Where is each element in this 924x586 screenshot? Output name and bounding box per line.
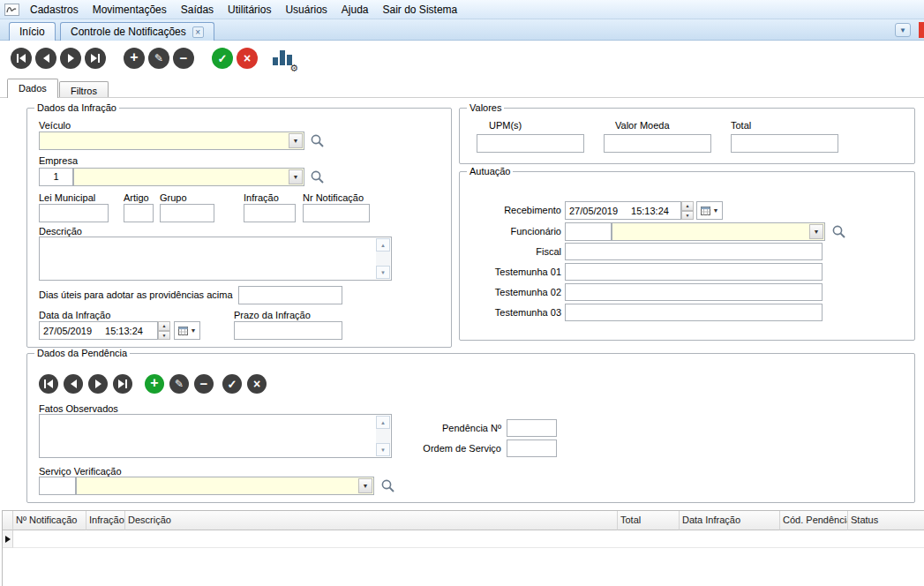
testemunha-03-field[interactable] [565,304,823,321]
nav-last-button[interactable] [85,48,106,69]
lei-municipal-field[interactable] [39,204,109,222]
testemunha-02-field[interactable] [565,283,823,301]
upm-field[interactable] [477,134,584,153]
menu-utilitarios[interactable]: Utilitários [221,1,278,19]
ordem-servico-field[interactable] [507,440,557,457]
servico-verificacao-label: Serviço Verificação [39,466,122,477]
scroll-down-icon[interactable]: ▼ [376,443,390,456]
servico-search-icon[interactable] [379,478,395,494]
recebimento-calendar-button[interactable]: ▼ [696,201,723,220]
nav-first-button[interactable] [11,48,32,69]
descricao-textarea[interactable]: ▲ ▼ [39,237,392,281]
recebimento-datetime-field[interactable]: 27/05/2019 15:13:24 [565,201,681,220]
empresa-combo[interactable]: ▼ [73,168,304,186]
lei-municipal-label: Lei Municipal [39,192,95,203]
menu-cadastros[interactable]: Cadastros [23,1,86,19]
next-record-icon [95,379,101,388]
pendencia-nav-first-button[interactable] [39,374,58,394]
funcionario-combo[interactable]: ▼ [612,222,825,241]
funcionario-code-field[interactable] [565,222,612,241]
menu-usuarios[interactable]: Usuários [278,1,334,19]
tab-options-button[interactable]: ▼ [895,23,911,37]
menu-saidas[interactable]: Saídas [174,1,221,19]
grid-header-cod-pendencia[interactable]: Cód. Pendência [780,511,848,530]
empresa-search-icon[interactable] [309,169,325,185]
descricao-scrollbar[interactable]: ▲ ▼ [376,238,390,279]
artigo-field[interactable] [124,204,154,222]
edit-record-button[interactable]: ✎ [148,48,169,69]
dropdown-arrow-icon[interactable]: ▼ [289,133,303,148]
tab-dados[interactable]: Dados [7,79,58,98]
dropdown-arrow-icon[interactable]: ▼ [809,224,823,239]
tab-inicio[interactable]: Início [9,22,56,41]
chart-report-button[interactable]: ⚙ [270,46,297,71]
empresa-code-field[interactable]: 1 [39,168,73,186]
cancel-button[interactable]: × [237,48,258,69]
spin-up-icon[interactable]: ▲ [681,201,694,211]
fiscal-field[interactable] [565,243,823,260]
testemunha-02-label: Testemunha 02 [455,287,561,297]
notificacoes-grid[interactable]: Nº Notificação Infração Descrição Total … [2,510,924,586]
pendencia-numero-field[interactable] [507,419,557,437]
pendencia-numero-label: Pendência Nº [406,423,501,433]
confirm-button[interactable]: ✓ [212,48,233,69]
spin-down-icon[interactable]: ▼ [158,331,170,341]
plus-icon: + [150,376,158,390]
data-infracao-spinner[interactable]: ▲ ▼ [158,321,170,340]
data-infracao-calendar-button[interactable]: ▼ [174,321,200,340]
scroll-down-icon[interactable]: ▼ [376,266,390,279]
scroll-up-icon[interactable]: ▲ [376,238,390,252]
tab-controle-notificacoes[interactable]: Controle de Notificações × [60,22,214,41]
nav-next-button[interactable] [60,48,81,69]
tab-close-icon[interactable]: × [192,26,204,38]
grid-header-total[interactable]: Total [618,511,680,530]
testemunha-01-field[interactable] [565,263,823,281]
veiculo-combo[interactable]: ▼ [39,131,304,150]
grid-header-descricao[interactable]: Descrição [125,511,618,530]
infracao-field[interactable] [244,204,296,222]
add-record-button[interactable]: + [124,48,145,69]
valor-moeda-field[interactable] [604,134,711,153]
dias-uteis-field[interactable] [238,286,342,304]
scroll-up-icon[interactable]: ▲ [376,416,390,429]
grid-indicator-header [3,511,13,530]
delete-record-button[interactable]: − [173,48,194,69]
recebimento-spinner[interactable]: ▲ ▼ [681,201,694,220]
pendencia-nav-prev-button[interactable] [64,374,83,394]
data-infracao-datetime-field[interactable]: 27/05/2019 15:13:24 [39,321,158,340]
servico-code-field[interactable] [39,477,76,495]
menu-ajuda[interactable]: Ajuda [334,1,376,19]
tab-filtros[interactable]: Filtros [59,81,109,97]
groupbox-valores-title: Valores [467,102,504,113]
check-icon: ✓ [218,53,228,64]
spin-down-icon[interactable]: ▼ [681,211,694,221]
dropdown-arrow-icon[interactable]: ▼ [289,169,303,184]
grid-header-status[interactable]: Status [848,511,924,530]
pendencia-edit-button[interactable]: ✎ [169,374,189,394]
menu-movimentacoes[interactable]: Movimentações [86,1,174,19]
dropdown-arrow-icon[interactable]: ▼ [358,478,372,493]
pendencia-delete-button[interactable]: − [194,374,214,394]
pendencia-cancel-button[interactable]: × [247,374,267,394]
prazo-infracao-field[interactable] [234,321,342,340]
servico-verificacao-combo[interactable]: ▼ [76,477,374,495]
menu-sair-do-sistema[interactable]: Sair do Sistema [376,1,465,19]
grid-header-data-infracao[interactable]: Data Infração [680,511,780,530]
funcionario-search-icon[interactable] [830,224,846,240]
pendencia-nav-next-button[interactable] [88,374,108,394]
grid-header-nr-notificacao[interactable]: Nº Notificação [13,511,86,530]
veiculo-search-icon[interactable] [309,133,325,149]
total-field[interactable] [731,134,838,153]
grid-current-row[interactable] [13,530,924,548]
pendencia-nav-last-button[interactable] [113,374,132,394]
fatos-scrollbar[interactable]: ▲ ▼ [376,416,390,456]
calendar-icon [701,206,710,215]
grupo-field[interactable] [160,204,214,222]
nav-prev-button[interactable] [35,48,56,69]
pendencia-confirm-button[interactable]: ✓ [222,374,242,394]
nr-notificacao-field[interactable] [303,204,370,222]
grid-header-infracao[interactable]: Infração [86,511,125,530]
pendencia-add-button[interactable]: + [145,374,164,394]
spin-up-icon[interactable]: ▲ [158,321,170,331]
fatos-observados-textarea[interactable]: ▲ ▼ [39,414,392,458]
